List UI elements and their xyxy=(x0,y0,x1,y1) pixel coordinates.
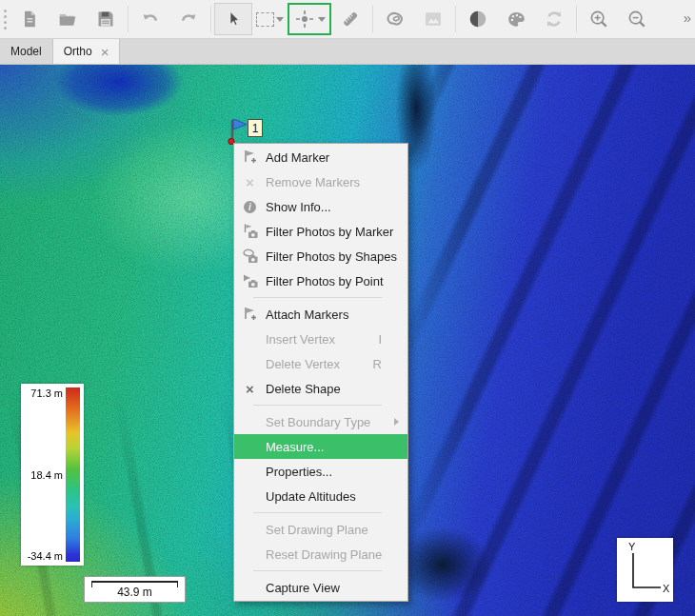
menu-separator xyxy=(253,297,382,298)
menu-item-capture-view[interactable]: Capture View xyxy=(234,575,407,600)
save-button[interactable] xyxy=(87,3,125,35)
menu-item-label: Update Altitudes xyxy=(266,489,356,504)
context-menu: Add Marker × Remove Markers i Show Info.… xyxy=(233,143,408,602)
legend-mid-label: 18.4 m xyxy=(30,469,63,481)
contrast-button[interactable] xyxy=(459,3,497,35)
undo-icon xyxy=(140,10,161,29)
menu-item-shortcut: R xyxy=(373,357,382,371)
menu-item-reset-drawing-plane[interactable]: Reset Drawing Plane xyxy=(234,542,407,566)
menu-item-filter-photos-by-marker[interactable]: Filter Photos by Marker xyxy=(234,219,407,244)
menu-item-label: Set Boundary Type xyxy=(266,415,370,429)
open-folder-icon xyxy=(57,10,78,29)
tab-ortho[interactable]: Ortho × xyxy=(53,39,121,64)
marker-label: 1 xyxy=(248,119,263,137)
marker-tool-button[interactable] xyxy=(288,3,331,35)
menu-separator xyxy=(253,512,382,513)
redo-button[interactable] xyxy=(169,3,208,35)
menu-item-delete-vertex[interactable]: Delete Vertex R xyxy=(234,351,407,376)
new-document-button[interactable] xyxy=(10,3,49,35)
cross-icon: × xyxy=(234,175,266,189)
menu-item-label: Remove Markers xyxy=(266,175,360,189)
menu-item-label: Filter Photos by Shapes xyxy=(266,249,397,264)
menu-item-insert-vertex[interactable]: Insert Vertex I xyxy=(234,327,407,351)
chevron-down-icon[interactable] xyxy=(318,17,326,22)
image-icon xyxy=(423,10,444,29)
submenu-arrow-icon xyxy=(394,418,399,426)
ruler-button[interactable] xyxy=(331,3,369,35)
scale-bar: 43.9 m xyxy=(84,576,186,603)
toolbar-grip-handle[interactable] xyxy=(4,10,7,30)
toolbar-separator xyxy=(455,6,456,32)
rectangle-selection-button[interactable] xyxy=(252,3,288,35)
menu-item-set-drawing-plane[interactable]: Set Drawing Plane xyxy=(234,517,407,542)
legend-max-label: 71.3 m xyxy=(30,387,63,399)
menu-item-show-info[interactable]: i Show Info... xyxy=(234,194,407,219)
axis-x-label: X xyxy=(663,583,670,594)
legend-labels: 71.3 m 18.4 m -34.4 m xyxy=(25,387,66,562)
menu-item-label: Show Info... xyxy=(266,200,331,214)
menu-item-measure[interactable]: Measure... xyxy=(234,434,407,459)
open-folder-button[interactable] xyxy=(49,3,87,35)
select-arrow-button[interactable] xyxy=(214,3,252,35)
new-document-icon xyxy=(20,10,39,29)
view-tab-bar: Model Ortho × xyxy=(0,39,695,65)
menu-item-filter-photos-by-shapes[interactable]: Filter Photos by Shapes xyxy=(234,244,407,268)
save-icon xyxy=(96,10,115,29)
draw-shapes-icon xyxy=(384,9,407,30)
zoom-out-button[interactable] xyxy=(618,3,656,35)
tab-close-icon[interactable]: × xyxy=(101,45,109,59)
undo-button[interactable] xyxy=(131,3,169,35)
point-camera-icon xyxy=(234,272,266,289)
menu-item-update-altitudes[interactable]: Update Altitudes xyxy=(234,484,407,508)
contrast-icon xyxy=(467,9,488,30)
toolbar-separator xyxy=(372,6,373,32)
legend-min-label: -34.4 m xyxy=(28,550,63,562)
menu-item-filter-photos-by-point[interactable]: Filter Photos by Point xyxy=(234,268,407,293)
menu-item-set-boundary-type[interactable]: Set Boundary Type xyxy=(234,409,407,434)
legend-color-ramp xyxy=(66,387,80,562)
menu-item-label: Measure... xyxy=(266,440,324,454)
palette-button[interactable] xyxy=(497,3,535,35)
menu-item-label: Insert Vertex xyxy=(266,332,335,347)
axis-y-label: Y xyxy=(628,541,636,552)
rectangle-selection-icon xyxy=(256,12,274,27)
cross-icon: × xyxy=(234,382,266,396)
toolbar-separator xyxy=(576,6,577,32)
toolbar-overflow-button[interactable]: » xyxy=(684,10,689,26)
menu-item-attach-markers[interactable]: Attach Markers xyxy=(234,302,407,327)
menu-item-remove-markers[interactable]: × Remove Markers xyxy=(234,169,407,194)
menu-item-label: Properties... xyxy=(266,465,332,479)
menu-separator xyxy=(253,570,382,571)
toolbar-separator xyxy=(128,6,129,32)
toolbar-separator xyxy=(210,6,211,32)
menu-item-label: Filter Photos by Marker xyxy=(266,225,393,239)
draw-shapes-button[interactable] xyxy=(376,3,414,35)
menu-item-label: Add Marker xyxy=(266,150,329,165)
zoom-in-button[interactable] xyxy=(580,3,618,35)
refresh-icon xyxy=(544,9,565,30)
tab-model[interactable]: Model xyxy=(0,39,53,64)
axis-gizmo: Y X xyxy=(617,538,673,602)
redo-icon xyxy=(178,10,199,29)
menu-item-shortcut: I xyxy=(378,332,382,347)
elevation-legend: 71.3 m 18.4 m -34.4 m xyxy=(21,384,84,566)
menu-item-delete-shape[interactable]: × Delete Shape xyxy=(234,376,407,401)
menu-item-add-marker[interactable]: Add Marker xyxy=(234,145,407,169)
flag-camera-icon xyxy=(234,223,266,240)
menu-item-label: Set Drawing Plane xyxy=(266,523,368,537)
menu-item-properties[interactable]: Properties... xyxy=(234,459,407,484)
image-button[interactable] xyxy=(414,3,452,35)
info-icon: i xyxy=(234,201,266,213)
menu-item-label: Delete Shape xyxy=(266,382,341,396)
zoom-out-icon xyxy=(626,9,647,30)
refresh-button[interactable] xyxy=(535,3,573,35)
ruler-icon xyxy=(340,9,361,30)
flag-plus-icon xyxy=(234,149,266,166)
zoom-in-icon xyxy=(588,9,609,30)
menu-separator xyxy=(253,405,382,406)
application-window: » Model Ortho × 1 xyxy=(0,0,695,616)
tab-ortho-label: Ortho xyxy=(64,45,92,58)
flag-plus-icon xyxy=(234,306,266,323)
chevron-down-icon[interactable] xyxy=(276,17,284,22)
select-arrow-icon xyxy=(225,10,242,29)
